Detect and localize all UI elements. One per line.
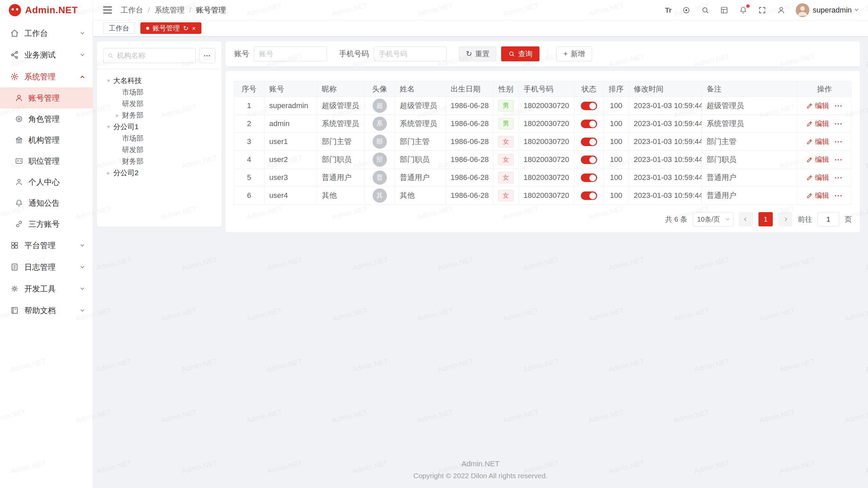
person-icon	[15, 178, 23, 186]
breadcrumb-item[interactable]: 系统管理	[155, 5, 184, 15]
font-size-icon[interactable]: Tr	[665, 6, 672, 15]
bell-icon	[15, 199, 23, 207]
theme-icon[interactable]	[682, 6, 691, 15]
book-icon	[10, 306, 19, 315]
account-icon[interactable]	[777, 6, 786, 15]
tree-node[interactable]: 研发部	[103, 144, 215, 156]
tree-node[interactable]: 研发部	[103, 98, 215, 109]
sidebar-item-business-test[interactable]: 业务测试	[0, 44, 93, 66]
sidebar-item-notice[interactable]: 通知公告	[0, 192, 93, 214]
query-button[interactable]: 查询	[501, 46, 539, 61]
tab-account-mgmt[interactable]: 账号管理 ↻ ×	[140, 22, 201, 34]
sidebar-item-role-mgmt[interactable]: 角色管理	[0, 108, 93, 129]
breadcrumb-item[interactable]: 工作台	[121, 5, 143, 15]
close-icon[interactable]: ×	[192, 25, 196, 32]
cell-birthday: 1986-06-28	[446, 169, 493, 187]
cell-index: 5	[234, 169, 264, 187]
caret-collapsed-icon[interactable]: ▸	[104, 169, 113, 177]
add-button[interactable]: + 新增	[556, 46, 592, 61]
chevron-up-icon	[80, 76, 84, 79]
sidebar-item-dev-tools[interactable]: 开发工具	[0, 278, 93, 300]
layout-config-icon[interactable]	[720, 6, 729, 15]
edit-button[interactable]: 编辑	[806, 173, 829, 182]
avatar: 部	[373, 135, 387, 149]
cell-account: admin	[264, 115, 317, 133]
chevron-down-icon	[726, 217, 729, 220]
tree-node[interactable]: ▾分公司1	[103, 121, 215, 133]
caret-expanded-icon[interactable]: ▾	[104, 77, 113, 84]
cell-index: 4	[234, 151, 264, 169]
edit-button[interactable]: 编辑	[806, 137, 829, 146]
chevron-down-icon	[80, 308, 84, 311]
sidebar-item-third-party[interactable]: 三方账号	[0, 214, 93, 235]
tree-node[interactable]: 市场部	[103, 86, 215, 98]
cell-sort: 100	[604, 169, 629, 187]
breadcrumb-separator: /	[148, 6, 150, 15]
status-toggle[interactable]	[581, 156, 597, 164]
refresh-icon[interactable]: ↻	[183, 25, 189, 32]
row-more-button[interactable]: ···	[835, 191, 843, 200]
sidebar-item-label: 账号管理	[28, 93, 60, 103]
sidebar-item-workbench[interactable]: 工作台	[0, 22, 93, 44]
cell-index: 6	[234, 187, 264, 205]
sidebar-item-platform-mgmt[interactable]: 平台管理	[0, 235, 93, 256]
status-toggle[interactable]	[581, 102, 597, 110]
page-1-button[interactable]: 1	[758, 212, 773, 226]
row-more-button[interactable]: ···	[835, 102, 843, 110]
gender-badge: 男	[498, 100, 514, 111]
cell-index: 2	[234, 115, 264, 133]
menu-collapse-icon[interactable]	[103, 6, 112, 14]
tree-node[interactable]: ▸财务部	[103, 109, 215, 121]
tree-node-label: 市场部	[122, 87, 143, 97]
chevron-down-icon	[80, 30, 84, 34]
next-page-button[interactable]	[778, 212, 792, 226]
edit-button[interactable]: 编辑	[806, 101, 829, 110]
search-icon[interactable]	[701, 6, 710, 15]
sidebar-item-org-mgmt[interactable]: 机构管理	[0, 129, 93, 150]
tree-node[interactable]: ▾大名科技	[103, 75, 215, 86]
goto-page-input[interactable]	[817, 212, 839, 226]
sidebar-item-position-mgmt[interactable]: 职位管理	[0, 150, 93, 171]
prev-page-button[interactable]	[739, 212, 753, 226]
edit-button[interactable]: 编辑	[806, 155, 829, 164]
caret-expanded-icon[interactable]: ▾	[104, 123, 113, 130]
edit-button[interactable]: 编辑	[806, 119, 829, 128]
phone-input[interactable]	[374, 46, 447, 61]
row-more-button[interactable]: ···	[835, 174, 843, 182]
tree-more-button[interactable]: ···	[199, 48, 215, 63]
toggle-knob	[589, 192, 596, 199]
status-toggle[interactable]	[581, 174, 597, 182]
cell-phone: 18020030720	[519, 187, 575, 205]
status-toggle[interactable]	[581, 120, 597, 128]
cell-modified-time: 2023-01-03 10:59:44	[629, 133, 702, 151]
account-table-panel: 序号 账号 昵称 头像 姓名 出生日期 性别 手机号码 状态 排序 修改时间	[225, 71, 860, 232]
sidebar-item-profile[interactable]: 个人中心	[0, 171, 93, 192]
fullscreen-icon[interactable]	[758, 6, 767, 15]
edit-button[interactable]: 编辑	[806, 191, 829, 200]
caret-collapsed-icon[interactable]: ▸	[113, 112, 122, 119]
row-more-button[interactable]: ···	[835, 120, 843, 128]
account-input[interactable]	[254, 46, 327, 61]
status-toggle[interactable]	[581, 138, 597, 146]
sidebar-item-system-mgmt[interactable]: 系统管理	[0, 66, 93, 87]
org-search-input[interactable]	[117, 52, 191, 60]
notification-bell-icon[interactable]	[739, 6, 748, 15]
tab-workbench[interactable]: 工作台	[103, 22, 135, 34]
col-header: 姓名	[395, 81, 446, 97]
sidebar-item-help-docs[interactable]: 帮助文档	[0, 300, 93, 321]
page-size-select[interactable]: 10条/页	[693, 212, 733, 226]
user-menu[interactable]: superadmin	[796, 3, 858, 17]
tree-node[interactable]: ▸分公司2	[103, 167, 215, 179]
chevron-right-icon	[783, 217, 787, 221]
row-more-button[interactable]: ···	[835, 138, 843, 146]
breadcrumb-item-current: 账号管理	[196, 5, 226, 15]
reset-button[interactable]: ↻ 重置	[459, 46, 496, 61]
username-text: superadmin	[813, 6, 852, 15]
tree-node[interactable]: 市场部	[103, 133, 215, 144]
app-root: Admin.NET 工作台 业务测试 系统管理	[0, 0, 868, 488]
status-toggle[interactable]	[581, 191, 597, 200]
sidebar-item-account-mgmt[interactable]: 账号管理	[0, 87, 93, 108]
sidebar-item-log-mgmt[interactable]: 日志管理	[0, 256, 93, 278]
row-more-button[interactable]: ···	[835, 156, 843, 164]
tree-node[interactable]: 财务部	[103, 156, 215, 167]
